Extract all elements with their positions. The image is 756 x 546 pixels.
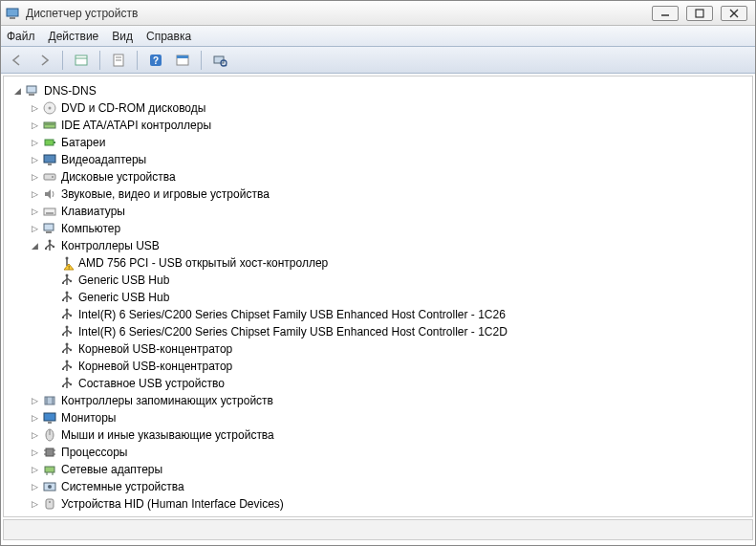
toolbar: ? bbox=[1, 47, 755, 74]
svg-rect-24 bbox=[45, 140, 54, 145]
svg-rect-49 bbox=[62, 282, 64, 284]
tree-category[interactable]: ▷Звуковые, видео и игровые устройства bbox=[8, 186, 748, 203]
svg-rect-27 bbox=[48, 164, 52, 165]
svg-rect-30 bbox=[44, 208, 55, 215]
node-label: Контроллеры USB bbox=[61, 239, 160, 252]
expander-icon[interactable]: ◢ bbox=[29, 240, 40, 251]
expander-spacer bbox=[46, 378, 57, 389]
menu-view[interactable]: Вид bbox=[112, 30, 133, 43]
svg-point-103 bbox=[49, 501, 51, 503]
expander-icon[interactable]: ▷ bbox=[29, 412, 40, 424]
maximize-button[interactable] bbox=[686, 6, 713, 21]
expander-icon[interactable]: ▷ bbox=[29, 464, 40, 475]
tree-device[interactable]: Intel(R) 6 Series/C200 Series Chipset Fa… bbox=[8, 306, 748, 323]
show-hidden-button[interactable] bbox=[71, 50, 92, 71]
ide-icon bbox=[42, 118, 57, 133]
tree-category[interactable]: ▷Системные устройства bbox=[8, 478, 748, 495]
tree-root[interactable]: ◢DNS-DNS bbox=[8, 82, 748, 99]
svg-rect-61 bbox=[62, 317, 64, 318]
toolbar-separator bbox=[201, 51, 202, 70]
expander-icon[interactable]: ▷ bbox=[29, 171, 40, 183]
back-button[interactable] bbox=[7, 50, 28, 71]
statusbar bbox=[3, 519, 753, 540]
svg-point-21 bbox=[49, 107, 52, 110]
tree-category[interactable]: ▷Мыши и иные указывающие устройства bbox=[8, 426, 748, 444]
tree-category[interactable]: ▷Видеоадаптеры bbox=[8, 151, 748, 168]
tree-category[interactable]: ◢Контроллеры USB bbox=[8, 237, 748, 254]
tree-category[interactable]: ▷Устройства HID (Human Interface Devices… bbox=[8, 495, 748, 513]
drive-icon bbox=[42, 169, 57, 185]
expander-spacer bbox=[46, 326, 57, 338]
expander-spacer bbox=[46, 309, 57, 320]
tree-device[interactable]: Intel(R) 6 Series/C200 Series Chipset Fa… bbox=[8, 323, 748, 340]
cpu-icon bbox=[42, 445, 57, 460]
window-title: Диспетчер устройств bbox=[26, 7, 652, 20]
expander-icon[interactable]: ▷ bbox=[29, 206, 40, 217]
tree-category[interactable]: ▷Клавиатуры bbox=[8, 203, 748, 220]
menu-file[interactable]: Файл bbox=[7, 30, 35, 43]
tree-category[interactable]: ▷IDE ATA/ATAPI контроллеры bbox=[8, 117, 748, 134]
expander-icon[interactable]: ▷ bbox=[29, 429, 40, 441]
tree-category[interactable]: ▷Процессоры bbox=[8, 444, 748, 461]
tree-category[interactable]: ▷Мониторы bbox=[8, 409, 748, 426]
svg-rect-28 bbox=[44, 174, 55, 180]
tree-device[interactable]: Корневой USB-концентратор bbox=[8, 358, 748, 375]
expander-icon[interactable]: ▷ bbox=[29, 481, 40, 492]
properties-button[interactable] bbox=[108, 50, 129, 71]
expander-icon[interactable]: ▷ bbox=[29, 498, 40, 510]
expander-icon[interactable]: ▷ bbox=[29, 120, 40, 131]
expander-icon[interactable]: ◢ bbox=[11, 85, 23, 97]
node-label: Составное USB устройство bbox=[78, 377, 225, 390]
tree-device[interactable]: !AMD 756 PCI - USB открытый хост-контрол… bbox=[8, 254, 748, 272]
svg-rect-85 bbox=[62, 385, 64, 387]
tree-category[interactable]: ▷Сетевые адаптеры bbox=[8, 461, 748, 478]
expander-icon[interactable]: ▷ bbox=[29, 102, 40, 114]
minimize-button[interactable] bbox=[652, 6, 679, 21]
expander-icon[interactable]: ▷ bbox=[29, 223, 40, 234]
scan-button[interactable] bbox=[172, 50, 193, 71]
close-button[interactable] bbox=[721, 6, 747, 21]
node-label: Мыши и иные указывающие устройства bbox=[61, 428, 274, 442]
menu-action[interactable]: Действие bbox=[49, 30, 99, 43]
tree-category[interactable]: ▷Дисковые устройства bbox=[8, 168, 748, 186]
node-label: AMD 756 PCI - USB открытый хост-контролл… bbox=[78, 256, 328, 270]
monitor-icon bbox=[42, 410, 57, 426]
tree-category[interactable]: ▷DVD и CD-ROM дисководы bbox=[8, 99, 748, 117]
svg-point-62 bbox=[70, 315, 72, 317]
expander-spacer bbox=[46, 343, 57, 355]
system-icon bbox=[42, 479, 57, 494]
expander-icon[interactable]: ▷ bbox=[29, 137, 40, 148]
device-tree[interactable]: ◢DNS-DNS▷DVD и CD-ROM дисководы▷IDE ATA/… bbox=[3, 76, 753, 517]
expander-spacer bbox=[46, 257, 57, 269]
node-label: Батареи bbox=[61, 136, 105, 149]
tree-category[interactable]: ▷Батареи bbox=[8, 134, 748, 151]
tree-device[interactable]: Generic USB Hub bbox=[8, 289, 748, 306]
scan-hardware-button[interactable] bbox=[209, 50, 230, 71]
usb-icon bbox=[59, 273, 75, 288]
toolbar-separator bbox=[62, 51, 63, 70]
svg-point-40 bbox=[53, 246, 54, 248]
titlebar: Диспетчер устройств bbox=[1, 1, 755, 26]
expander-icon[interactable]: ▷ bbox=[29, 395, 40, 406]
svg-rect-92 bbox=[46, 448, 54, 456]
usb-icon bbox=[59, 290, 75, 305]
expander-icon[interactable]: ▷ bbox=[29, 154, 40, 165]
svg-rect-55 bbox=[62, 299, 64, 301]
usb-icon bbox=[59, 376, 75, 391]
tree-device[interactable]: Generic USB Hub bbox=[8, 272, 748, 289]
expander-icon[interactable]: ▷ bbox=[29, 447, 40, 458]
node-label: Компьютер bbox=[61, 222, 120, 235]
menu-help[interactable]: Справка bbox=[146, 30, 191, 43]
tree-category[interactable]: ▷Компьютер bbox=[8, 220, 748, 237]
expander-spacer bbox=[46, 360, 57, 372]
svg-rect-88 bbox=[44, 413, 55, 421]
help-button[interactable]: ? bbox=[145, 50, 166, 71]
svg-rect-1 bbox=[10, 17, 15, 19]
tree-device[interactable]: Корневой USB-концентратор bbox=[8, 340, 748, 358]
tree-device[interactable]: Составное USB устройство bbox=[8, 375, 748, 392]
expander-icon[interactable]: ▷ bbox=[29, 188, 40, 200]
forward-button[interactable] bbox=[33, 50, 54, 71]
tree-category[interactable]: ▷Контроллеры запоминающих устройств bbox=[8, 392, 748, 409]
toolbar-separator bbox=[99, 51, 100, 70]
computer-icon bbox=[25, 83, 40, 98]
